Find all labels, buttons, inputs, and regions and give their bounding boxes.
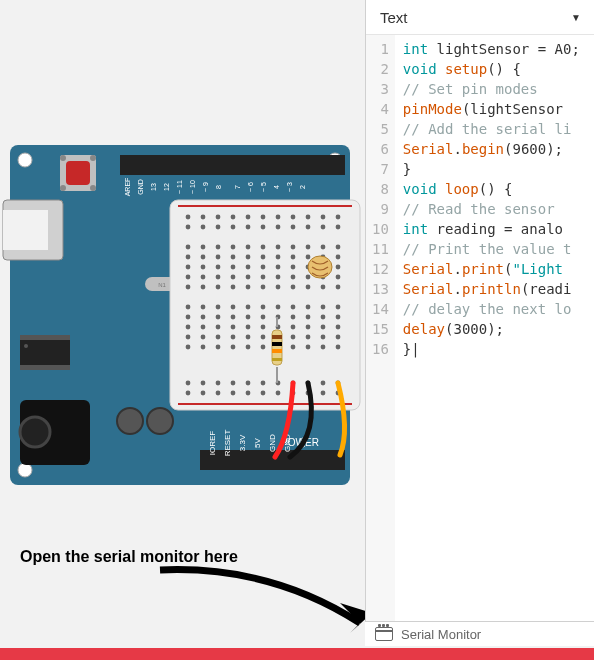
svg-point-78 <box>306 245 311 250</box>
svg-point-135 <box>336 305 341 310</box>
svg-point-65 <box>276 225 281 230</box>
arduino-board[interactable]: POWER IOREF RESET 3.3V 5V GND GND Vin AR… <box>0 135 365 515</box>
svg-text:~ 11: ~ 11 <box>176 180 183 194</box>
svg-point-173 <box>246 345 251 350</box>
svg-text:~ 9: ~ 9 <box>202 182 209 192</box>
svg-point-109 <box>276 275 281 280</box>
svg-point-98 <box>276 265 281 270</box>
svg-point-52 <box>246 215 251 220</box>
svg-point-125 <box>186 305 191 310</box>
svg-rect-45 <box>170 200 360 410</box>
svg-point-154 <box>291 325 296 330</box>
svg-point-137 <box>201 315 206 320</box>
svg-point-71 <box>201 245 206 250</box>
svg-text:GND: GND <box>268 434 277 452</box>
svg-point-72 <box>216 245 221 250</box>
svg-point-82 <box>201 255 206 260</box>
svg-point-144 <box>306 315 311 320</box>
annotation-text: Open the serial monitor here <box>20 548 238 566</box>
svg-point-168 <box>336 335 341 340</box>
svg-text:5V: 5V <box>253 437 262 447</box>
svg-point-6 <box>60 155 66 161</box>
serial-monitor-icon <box>375 627 393 641</box>
svg-point-70 <box>186 245 191 250</box>
svg-text:N1: N1 <box>158 282 166 288</box>
svg-point-91 <box>336 255 341 260</box>
svg-point-68 <box>321 225 326 230</box>
svg-point-87 <box>276 255 281 260</box>
svg-point-108 <box>261 275 266 280</box>
svg-point-163 <box>261 335 266 340</box>
svg-point-49 <box>201 215 206 220</box>
svg-point-192 <box>201 391 206 396</box>
svg-point-120 <box>276 285 281 290</box>
svg-text:~ 6: ~ 6 <box>247 182 254 192</box>
svg-point-129 <box>246 305 251 310</box>
svg-point-197 <box>276 391 281 396</box>
svg-point-106 <box>231 275 236 280</box>
code-body[interactable]: int lightSensor = A0;void setup() { // S… <box>395 35 580 641</box>
svg-text:13: 13 <box>150 183 157 191</box>
svg-point-150 <box>231 325 236 330</box>
svg-rect-14 <box>20 335 70 340</box>
svg-point-8 <box>60 185 66 191</box>
svg-point-69 <box>336 225 341 230</box>
svg-point-159 <box>201 335 206 340</box>
svg-point-179 <box>336 345 341 350</box>
svg-point-126 <box>201 305 206 310</box>
svg-point-116 <box>216 285 221 290</box>
svg-point-127 <box>216 305 221 310</box>
svg-point-160 <box>216 335 221 340</box>
svg-point-19 <box>117 408 143 434</box>
svg-point-143 <box>291 315 296 320</box>
svg-point-176 <box>291 345 296 350</box>
svg-point-3 <box>18 463 32 477</box>
svg-point-104 <box>201 275 206 280</box>
svg-point-134 <box>321 305 326 310</box>
svg-text:~ 10: ~ 10 <box>189 180 196 194</box>
serial-monitor-button[interactable]: Serial Monitor <box>365 621 594 646</box>
svg-point-59 <box>186 225 191 230</box>
svg-point-84 <box>231 255 236 260</box>
annotation-arrow <box>150 555 390 645</box>
code-editor[interactable]: 12345678910111213141516 int lightSensor … <box>366 35 594 641</box>
bottom-accent-bar <box>0 648 594 660</box>
svg-point-55 <box>291 215 296 220</box>
svg-rect-206 <box>272 349 282 353</box>
code-mode-dropdown[interactable]: Text ▼ <box>376 7 585 28</box>
svg-rect-10 <box>120 155 345 175</box>
svg-point-73 <box>231 245 236 250</box>
svg-point-80 <box>336 245 341 250</box>
svg-point-58 <box>336 215 341 220</box>
svg-point-122 <box>306 285 311 290</box>
svg-point-63 <box>246 225 251 230</box>
svg-point-83 <box>216 255 221 260</box>
svg-point-115 <box>201 285 206 290</box>
svg-point-93 <box>201 265 206 270</box>
svg-point-60 <box>201 225 206 230</box>
svg-rect-12 <box>3 210 48 250</box>
svg-point-97 <box>261 265 266 270</box>
svg-point-161 <box>231 335 236 340</box>
svg-point-117 <box>231 285 236 290</box>
svg-point-67 <box>306 225 311 230</box>
svg-point-119 <box>261 285 266 290</box>
svg-point-114 <box>186 285 191 290</box>
svg-text:IOREF: IOREF <box>208 431 217 456</box>
svg-point-61 <box>216 225 221 230</box>
svg-point-136 <box>186 315 191 320</box>
svg-point-99 <box>291 265 296 270</box>
svg-point-180 <box>186 381 191 386</box>
svg-point-18 <box>20 417 50 447</box>
svg-point-95 <box>231 265 236 270</box>
svg-rect-21 <box>200 450 345 470</box>
svg-point-146 <box>336 315 341 320</box>
svg-point-76 <box>276 245 281 250</box>
svg-point-64 <box>261 225 266 230</box>
circuit-canvas[interactable]: POWER IOREF RESET 3.3V 5V GND GND Vin AR… <box>0 0 365 660</box>
svg-point-16 <box>24 344 28 348</box>
svg-text:~ 3: ~ 3 <box>286 182 293 192</box>
svg-text:3.3V: 3.3V <box>238 434 247 451</box>
svg-rect-207 <box>272 358 282 361</box>
svg-point-110 <box>291 275 296 280</box>
